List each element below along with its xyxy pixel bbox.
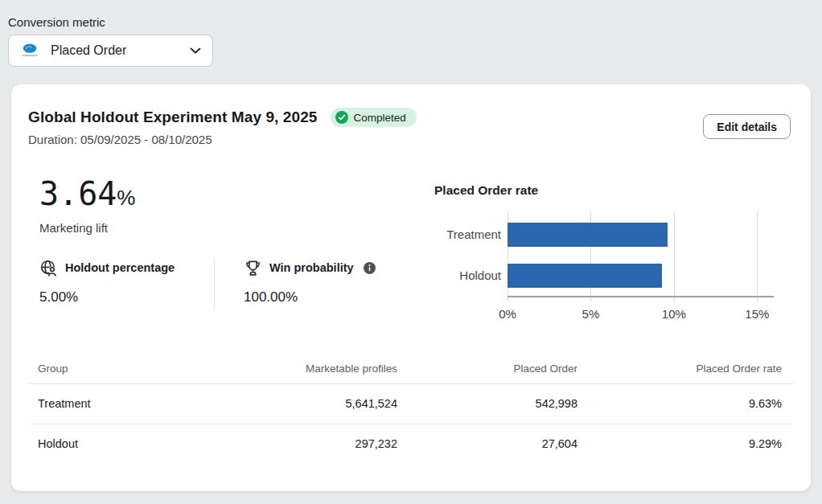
- placed-order-rate-chart: Placed Order rate TreatmentHoldout 0%5%1…: [434, 183, 780, 336]
- card-header: Global Holdout Experiment May 9, 2025 Co…: [28, 108, 417, 127]
- table-header-cell: Placed Order: [397, 359, 577, 383]
- marketing-lift-label: Marketing lift: [39, 221, 108, 235]
- conversion-metric-selected: Placed Order: [51, 43, 190, 58]
- status-badge: Completed: [331, 108, 417, 127]
- table-cell: 27,604: [397, 424, 577, 464]
- status-badge-label: Completed: [354, 112, 406, 124]
- chart-tick-label: 5%: [582, 307, 600, 321]
- check-circle-icon: [335, 111, 348, 124]
- chart-tick-label: 0%: [499, 307, 516, 321]
- chart-title: Placed Order rate: [434, 183, 780, 198]
- holdout-percentage-label: Holdout percentage: [65, 261, 175, 274]
- table-cell: 5,641,524: [189, 383, 397, 424]
- chart-category-label: Holdout: [459, 264, 501, 288]
- metrics-row: Holdout percentage 5.00% Win probability: [39, 258, 376, 310]
- experiment-card: Global Holdout Experiment May 9, 2025 Co…: [11, 84, 811, 491]
- table-header-cell: Group: [28, 359, 189, 383]
- conversion-metric-label: Conversion metric: [8, 15, 105, 29]
- results-table: GroupMarketable profilesPlaced OrderPlac…: [28, 359, 794, 464]
- table-header-row: GroupMarketable profilesPlaced OrderPlac…: [28, 359, 794, 383]
- chart-bar-holdout: [508, 264, 662, 288]
- chart-plot-area: 0%5%10%15%: [508, 211, 774, 301]
- info-icon[interactable]: [364, 262, 376, 274]
- table-cell: 297,232: [189, 424, 397, 464]
- table-row: Holdout297,23227,6049.29%: [28, 424, 794, 464]
- globe-user-icon: [39, 259, 58, 277]
- experiment-duration: Duration: 05/09/2025 - 08/10/2025: [28, 133, 212, 146]
- trophy-icon: [244, 259, 262, 277]
- table-header-cell: Marketable profiles: [189, 359, 397, 383]
- table-cell: Holdout: [28, 424, 189, 464]
- chart-gridline: [757, 211, 758, 301]
- placed-order-integration-icon: [19, 43, 40, 59]
- table-row: Treatment5,641,524542,9989.63%: [28, 383, 794, 424]
- table-cell: 542,998: [397, 383, 577, 424]
- chart-tick-label: 15%: [745, 307, 769, 321]
- win-probability-value: 100.00%: [244, 289, 376, 305]
- table-cell: Treatment: [28, 383, 189, 424]
- holdout-percentage-block: Holdout percentage 5.00%: [39, 258, 215, 310]
- lift-percent-sign: %: [117, 186, 135, 210]
- table-header-cell: Placed Order rate: [577, 359, 794, 383]
- marketing-lift-value: 3.64%: [39, 175, 135, 212]
- chart-bar-treatment: [508, 223, 668, 247]
- win-probability-block: Win probability 100.00%: [215, 258, 376, 310]
- chart-tick-label: 10%: [662, 307, 686, 321]
- edit-details-button[interactable]: Edit details: [703, 114, 791, 139]
- chart-x-axis: [508, 296, 774, 297]
- holdout-percentage-value: 5.00%: [39, 289, 214, 305]
- table-cell: 9.63%: [577, 383, 794, 424]
- conversion-metric-dropdown[interactable]: Placed Order: [8, 35, 213, 67]
- chart-gridline: [674, 211, 675, 301]
- table-cell: 9.29%: [577, 424, 794, 464]
- chevron-down-icon: [190, 47, 201, 55]
- chart-category-label: Treatment: [446, 223, 501, 247]
- win-probability-label: Win probability: [269, 261, 354, 274]
- experiment-title: Global Holdout Experiment May 9, 2025: [28, 109, 318, 126]
